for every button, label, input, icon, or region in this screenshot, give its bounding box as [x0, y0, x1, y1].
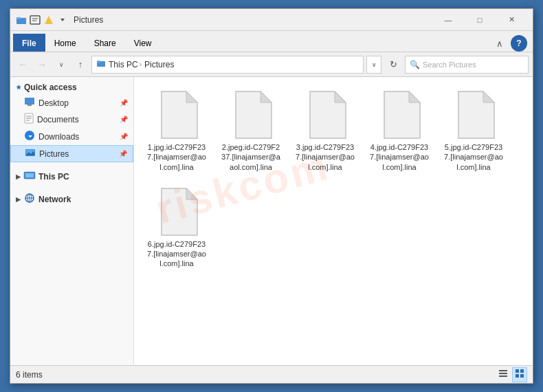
this-pc-expand-icon: ▶: [16, 173, 21, 180]
svg-rect-2: [30, 16, 40, 24]
file-item-2[interactable]: 2.jpeg.id-C279F237.[linajamser@aaol.com]…: [217, 85, 285, 177]
app-icon-dropdown[interactable]: [57, 14, 68, 25]
app-icon-3: [43, 14, 54, 25]
forward-button[interactable]: →: [34, 56, 50, 73]
network-icon: [23, 193, 36, 205]
svg-marker-6: [60, 19, 65, 21]
path-pictures-label: Pictures: [144, 60, 174, 69]
svg-rect-44: [520, 374, 524, 378]
svg-marker-29: [261, 91, 272, 102]
path-icon: [96, 58, 106, 70]
network-expand-icon: ▶: [16, 196, 21, 203]
sidebar-network-label: Network: [38, 195, 71, 204]
file-name-2: 2.jpeg.id-C279F237.[linajamser@aaol.com]…: [221, 142, 280, 172]
svg-rect-39: [499, 373, 507, 374]
sidebar-item-desktop[interactable]: Desktop 📌: [10, 95, 133, 111]
file-icon-3: [303, 90, 347, 140]
statusbar-right: [496, 367, 527, 382]
path-expand-button[interactable]: ∨: [366, 56, 381, 74]
sidebar-network[interactable]: ▶ Network: [10, 190, 133, 208]
tab-share[interactable]: Share: [85, 34, 125, 52]
ribbon-extra: ∧ ?: [491, 35, 530, 52]
pictures-icon: [25, 148, 36, 160]
file-name-3: 3.jpg.id-C279F237.[linajamser@aol.com].l…: [296, 142, 355, 172]
svg-rect-1: [16, 17, 21, 19]
sidebar-pictures-label: Pictures: [39, 149, 69, 159]
titlebar-app-icons: [16, 14, 68, 25]
sidebar-item-documents[interactable]: Documents 📌: [10, 111, 133, 128]
address-path[interactable]: This PC › Pictures: [91, 56, 364, 74]
ribbon-collapse-button[interactable]: ∧: [491, 35, 508, 52]
file-icon-4: [377, 90, 421, 140]
main-content: ★ Quick access Desktop 📌 Documents 📌: [10, 77, 533, 365]
file-item-6[interactable]: 6.jpg.id-C279F237.[linajamser@aol.com].l…: [142, 182, 211, 274]
sidebar-item-downloads[interactable]: Downloads 📌: [10, 128, 133, 145]
file-item-5[interactable]: 5.jpg.id-C279F237.[linajamser@aol.com].l…: [439, 85, 508, 177]
tab-home[interactable]: Home: [45, 34, 85, 52]
path-chevron-1: ›: [140, 61, 142, 68]
up-button[interactable]: ↑: [72, 56, 89, 73]
close-button[interactable]: ✕: [496, 9, 527, 31]
view-list-button[interactable]: [496, 367, 511, 382]
sidebar-this-pc[interactable]: ▶ This PC: [10, 168, 133, 185]
quick-access-label: Quick access: [24, 83, 77, 92]
svg-rect-21: [25, 173, 34, 177]
svg-rect-9: [25, 98, 34, 105]
svg-rect-8: [97, 61, 100, 63]
sidebar-desktop-label: Desktop: [38, 98, 69, 108]
file-item-4[interactable]: 4.jpg.id-C279F237.[linajamser@aol.com].l…: [365, 85, 434, 177]
pin-icon-documents: 📌: [120, 116, 128, 123]
search-placeholder: Search Pictures: [423, 61, 476, 69]
app-icon-2: [30, 14, 41, 25]
file-icon-2: [229, 90, 273, 140]
sidebar-this-pc-label: This PC: [38, 172, 69, 182]
file-icon-5: [452, 90, 496, 140]
svg-marker-27: [186, 91, 197, 102]
path-thispc-label: This PC: [109, 60, 138, 69]
item-count: 6 items: [16, 370, 43, 380]
dropdown-button[interactable]: ∨: [53, 56, 69, 73]
maximize-button[interactable]: □: [464, 9, 496, 31]
sidebar-documents-label: Documents: [37, 115, 79, 124]
sidebar-item-pictures[interactable]: Pictures 📌: [10, 145, 133, 162]
file-area-wrapper: riskcom 1.jpg.id-C279F237.[linajamser@ao…: [134, 77, 533, 365]
window-title: Pictures: [74, 15, 432, 25]
ribbon: File Home Share View ∧ ?: [10, 31, 533, 52]
tab-file[interactable]: File: [13, 34, 45, 52]
path-segment-pictures: Pictures: [144, 60, 174, 69]
window-controls: — □ ✕: [432, 9, 527, 31]
view-large-icon: [514, 368, 525, 381]
ribbon-tab-bar: File Home Share View ∧ ?: [10, 31, 533, 52]
refresh-button[interactable]: ↻: [384, 56, 402, 74]
explorer-window: Pictures — □ ✕ File Home Share View ∧ ?: [10, 8, 533, 384]
file-area: 1.jpg.id-C279F237.[linajamser@aol.com].l…: [134, 77, 533, 365]
path-expand-icon: ∨: [372, 61, 377, 68]
tab-view[interactable]: View: [125, 34, 161, 52]
search-box[interactable]: 🔍 Search Pictures: [405, 56, 529, 74]
svg-marker-37: [186, 188, 197, 199]
file-name-6: 6.jpg.id-C279F237.[linajamser@aol.com].l…: [147, 239, 206, 269]
back-button[interactable]: ←: [14, 56, 31, 73]
statusbar: 6 items: [10, 365, 533, 383]
svg-marker-33: [409, 91, 420, 102]
addressbar: ← → ∨ ↑ This PC › Pictures ∨ ↻: [10, 52, 533, 77]
refresh-icon: ↻: [390, 59, 397, 69]
sidebar-quick-access[interactable]: ★ Quick access: [10, 80, 133, 95]
up-icon: ↑: [78, 59, 83, 69]
file-item-1[interactable]: 1.jpg.id-C279F237.[linajamser@aol.com].l…: [142, 85, 211, 177]
minimize-button[interactable]: —: [432, 9, 464, 31]
file-name-1: 1.jpg.id-C279F237.[linajamser@aol.com].l…: [147, 142, 206, 172]
file-item-3[interactable]: 3.jpg.id-C279F237.[linajamser@aol.com].l…: [291, 85, 359, 177]
view-large-button[interactable]: [512, 367, 527, 382]
file-icon-6: [155, 187, 199, 237]
sidebar-downloads-label: Downloads: [38, 132, 79, 142]
app-icon-1: [16, 14, 27, 25]
help-button[interactable]: ?: [511, 35, 527, 52]
svg-rect-43: [516, 374, 519, 378]
file-name-4: 4.jpg.id-C279F237.[linajamser@aol.com].l…: [370, 142, 429, 172]
file-grid: 1.jpg.id-C279F237.[linajamser@aol.com].l…: [140, 83, 527, 276]
view-list-icon: [498, 368, 509, 381]
svg-marker-5: [45, 16, 53, 24]
svg-rect-41: [516, 369, 519, 373]
dropdown-icon: ∨: [59, 61, 64, 68]
